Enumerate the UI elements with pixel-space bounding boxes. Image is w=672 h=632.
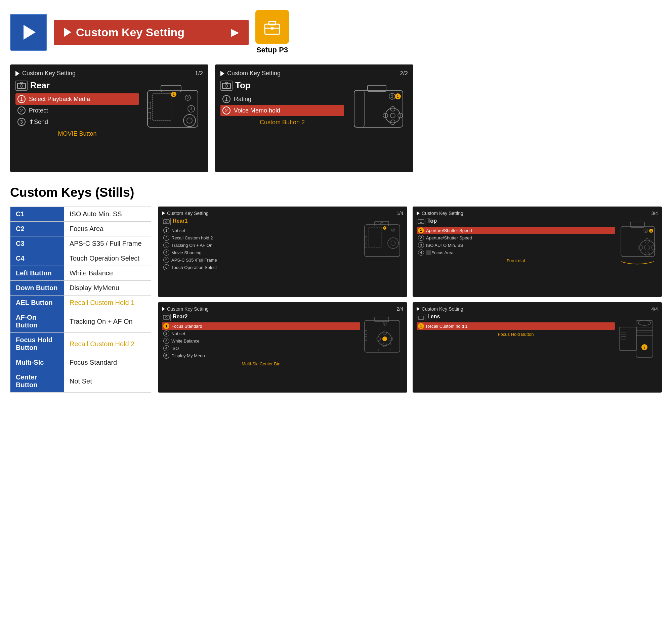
mini-diagram-3: 1 2 3 4 5 — [363, 314, 403, 367]
key-value-c1: ISO Auto Min. SS — [64, 207, 151, 222]
screen1-num-2: 2 — [18, 106, 26, 115]
screen1-label-3: ⬆Send — [29, 118, 48, 126]
mini-item-2-1[interactable]: 1 Aperture/Shutter Speed — [417, 227, 615, 234]
mini-num-3-2: 2 — [163, 330, 169, 336]
mini-title-row-2: Custom Key Setting — [417, 210, 463, 216]
table-row: Center Button Not Set — [10, 370, 151, 393]
table-row: Focus Hold Button Recall Custom Hold 2 — [10, 333, 151, 355]
mini-item-1-4[interactable]: 4 Movie Shooting — [162, 249, 360, 256]
mini-diagram-2: 1 2 — [618, 218, 658, 271]
svg-rect-47 — [364, 236, 367, 241]
mini-num-1-6: 6 — [163, 264, 169, 270]
mini-item-2-4[interactable]: 4 ⬛Focus Area — [417, 249, 615, 256]
mini-screen-header-3: Custom Key Setting 2/4 — [162, 306, 403, 312]
mini-label-1-4: Movie Shooting — [171, 250, 201, 255]
svg-rect-3 — [271, 27, 273, 29]
mini-item-1-3[interactable]: 3 Tracking On + AF On — [162, 242, 360, 249]
screen1-item-2[interactable]: 2 Protect — [16, 105, 139, 116]
mini-num-2-1: 1 — [418, 227, 424, 233]
svg-point-60 — [651, 245, 656, 250]
screen-play-icon-1 — [16, 71, 20, 76]
category-icon-2 — [220, 81, 233, 91]
screen1-item-1[interactable]: 1 Select Playback Media — [16, 93, 139, 105]
screen2-category: Top — [235, 80, 251, 91]
screen2-num-2: 2 — [222, 106, 231, 115]
svg-rect-86 — [619, 327, 637, 351]
mini-cat-icon-3 — [162, 314, 171, 321]
mini-title-row-3: Custom Key Setting — [162, 306, 209, 312]
key-value-multislc: Focus Standard — [64, 355, 151, 370]
svg-rect-50 — [418, 220, 424, 224]
custom-key-banner[interactable]: Custom Key Setting ▶ — [54, 20, 249, 45]
mini-item-3-1[interactable]: 1 Focus Standard — [162, 322, 360, 330]
mini-item-3-3[interactable]: 3 White Balance — [162, 337, 360, 345]
setup-icon-box: Setup P3 — [255, 10, 289, 54]
svg-point-37 — [165, 221, 167, 223]
screen-section-1: Rear 1 Select Playback Media 2 Protect 3… — [16, 80, 203, 147]
key-name-c4: C4 — [10, 251, 64, 266]
table-row: C2 Focus Area — [10, 222, 151, 236]
mini-body-3: Rear2 1 Focus Standard 2 Not set 3 Whi — [162, 314, 403, 367]
screen-title-1: Custom Key Setting — [22, 70, 76, 77]
svg-rect-18 — [147, 112, 151, 119]
screen1-item-3[interactable]: 3 ⬆Send — [16, 116, 139, 128]
svg-text:3: 3 — [390, 343, 391, 345]
mini-screen-2: Custom Key Setting 3/4 — [413, 206, 662, 297]
key-value-c4: Touch Operation Select — [64, 251, 151, 266]
mini-item-1-2[interactable]: 2 Recall Custom hold 2 — [162, 234, 360, 242]
svg-text:5: 5 — [378, 349, 379, 351]
svg-text:2: 2 — [391, 95, 393, 98]
key-name-c2: C2 — [10, 222, 64, 236]
mini-label-3-5: Display My Menu — [171, 353, 205, 358]
svg-point-16 — [187, 118, 192, 123]
svg-point-70 — [382, 336, 387, 341]
header-section: Custom Key Setting ▶ Setup P3 — [10, 10, 662, 54]
mini-item-3-4[interactable]: 4 ISO — [162, 345, 360, 352]
svg-rect-66 — [364, 320, 400, 352]
svg-point-91 — [639, 320, 650, 325]
mini-item-2-3[interactable]: 3 ISO AUTO Min. SS — [417, 242, 615, 249]
mini-num-1-4: 4 — [163, 250, 169, 256]
key-name-c1: C1 — [10, 207, 64, 222]
screen2-label-1: Rating — [234, 96, 251, 103]
svg-rect-92 — [621, 332, 626, 335]
svg-rect-49 — [368, 227, 382, 248]
svg-point-51 — [420, 221, 422, 223]
mini-play-icon-3 — [162, 307, 165, 311]
svg-rect-17 — [147, 102, 151, 109]
mini-item-1-6[interactable]: 6 Touch Operation Select — [162, 263, 360, 271]
screen-title-2: Custom Key Setting — [227, 70, 281, 77]
screen2-item-2[interactable]: 2 Voice Memo hold — [220, 105, 344, 116]
mini-item-3-5[interactable]: 5 Display My Menu — [162, 352, 360, 359]
mini-item-4-1[interactable]: 1 Recall Custom hold 1 — [417, 322, 615, 330]
svg-point-61 — [645, 252, 649, 257]
mini-item-3-2[interactable]: 2 Not set — [162, 330, 360, 337]
mini-screen-header-4: Custom Key Setting 4/4 — [417, 306, 658, 312]
mini-item-1-5[interactable]: 5 APS-C S35 /Full Frame — [162, 256, 360, 263]
mini-label-1-6: Touch Operation Select — [171, 265, 217, 270]
mini-num-3-3: 3 — [163, 338, 169, 344]
mini-diagram-label-4: Focus Hold Button — [417, 332, 615, 337]
mini-screen-header-1: Custom Key Setting 1/4 — [162, 210, 403, 216]
mini-item-2-2[interactable]: 2 Aperture/Shutter Speed — [417, 234, 615, 242]
mini-num-3-4: 4 — [163, 345, 169, 351]
stills-title: Custom Keys (Stills) — [10, 185, 662, 200]
screen-category-2: Top — [220, 80, 344, 91]
svg-rect-81 — [364, 336, 367, 340]
mini-label-3-4: ISO — [171, 346, 179, 351]
svg-text:2: 2 — [187, 96, 189, 100]
camera-screens-row: Custom Key Setting 1/2 Rear 1 — [10, 65, 662, 172]
svg-text:2: 2 — [392, 229, 394, 231]
screen2-item-1[interactable]: 1 Rating — [220, 93, 344, 105]
mini-cat-4: Lens — [417, 314, 615, 321]
mini-diagram-label-2: Front dial — [417, 258, 615, 263]
svg-rect-4 — [18, 83, 26, 89]
mini-num-2-3: 3 — [418, 242, 424, 248]
mini-list-2: Top 1 Aperture/Shutter Speed 2 Aperture/… — [417, 218, 615, 271]
svg-rect-36 — [163, 220, 169, 224]
mini-diagram-label-3: Multi-Slc Center Btn — [162, 361, 360, 366]
svg-text:1: 1 — [650, 229, 652, 232]
mini-item-1-1[interactable]: 1 Not set — [162, 227, 360, 234]
screen-page-1: 1/2 — [195, 70, 203, 77]
screen1-category: Rear — [30, 80, 50, 91]
